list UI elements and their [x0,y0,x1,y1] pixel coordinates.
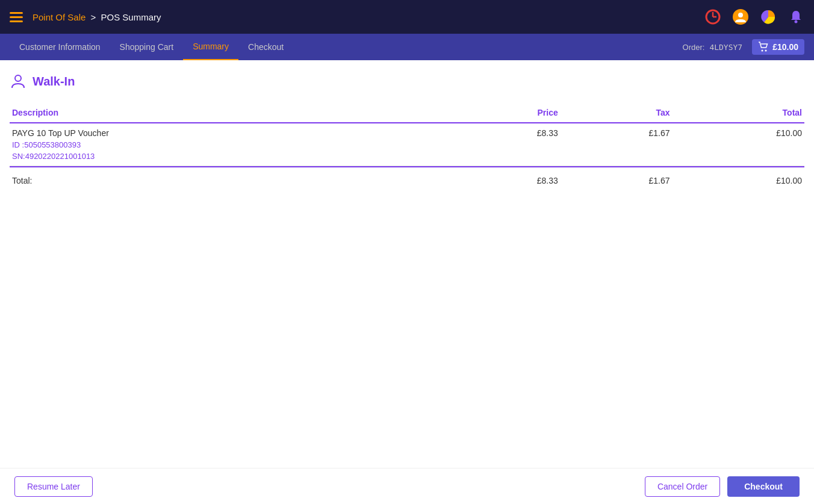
order-id: 4LDYSY7 [709,43,742,52]
breadcrumb-current: POS Summary [101,12,161,22]
nav-summary[interactable]: Summary [183,34,238,60]
top-bar-right [704,8,804,25]
user-icon [733,9,748,25]
breadcrumb-sep: > [91,12,96,22]
svg-point-4 [738,13,743,17]
user-icon-btn[interactable] [732,8,749,25]
bell-icon-btn[interactable] [788,8,804,25]
item-tax: £1.67 [561,123,673,166]
svg-point-8 [765,50,767,52]
item-total: £10.00 [673,123,804,166]
item-name: PAYG 10 Top UP Voucher [12,128,446,138]
breadcrumb: Point Of Sale > POS Summary [33,12,161,22]
nav-checkout[interactable]: Checkout [238,34,293,60]
pie-chart-icon [760,9,776,25]
hamburger-menu[interactable] [10,12,23,22]
col-description: Description [10,103,449,123]
sub-nav-left: Customer Information Shopping Cart Summa… [10,34,293,60]
sub-nav-right: Order: 4LDYSY7 £10.00 [683,39,804,55]
order-label: Order: [683,43,705,52]
person-icon [10,72,26,89]
sub-nav-bar: Customer Information Shopping Cart Summa… [0,34,814,60]
top-bar: Point Of Sale > POS Summary [0,0,814,34]
nav-customer-information[interactable]: Customer Information [10,34,110,60]
breadcrumb-pos[interactable]: Point Of Sale [33,12,85,22]
totals-row: Total: £8.33 £1.67 £10.00 [10,167,804,194]
svg-point-9 [15,75,21,81]
cart-total-badge[interactable]: £10.00 [752,39,804,55]
item-price: £8.33 [449,123,561,166]
svg-point-6 [795,20,798,23]
total-label: Total: [10,167,449,194]
customer-icon [10,72,26,91]
clock-icon [705,9,721,25]
svg-point-7 [762,50,763,52]
nav-shopping-cart[interactable]: Shopping Cart [110,34,184,60]
pie-chart-icon-btn[interactable] [760,8,777,25]
bell-icon [788,9,804,25]
cart-icon [758,42,769,52]
col-total: Total [673,103,804,123]
customer-section: Walk-In [10,72,804,91]
cart-total-value: £10.00 [772,42,798,52]
total-total: £10.00 [673,167,804,194]
table-row: PAYG 10 Top UP Voucher ID :5050553800393… [10,123,804,166]
top-bar-left: Point Of Sale > POS Summary [10,12,161,22]
main-content: Walk-In Description Price Tax Total PAYG… [0,60,814,468]
total-price: £8.33 [449,167,561,194]
total-tax: £1.67 [561,167,673,194]
item-id: ID :5050553800393 [12,140,446,149]
col-price: Price [449,103,561,123]
customer-name: Walk-In [33,75,75,89]
item-description: PAYG 10 Top UP Voucher ID :5050553800393… [10,123,449,166]
col-tax: Tax [561,103,673,123]
summary-table: Description Price Tax Total PAYG 10 Top … [10,103,804,194]
clock-icon-btn[interactable] [704,8,721,25]
item-sn: SN:4920220221001013 [12,152,446,161]
